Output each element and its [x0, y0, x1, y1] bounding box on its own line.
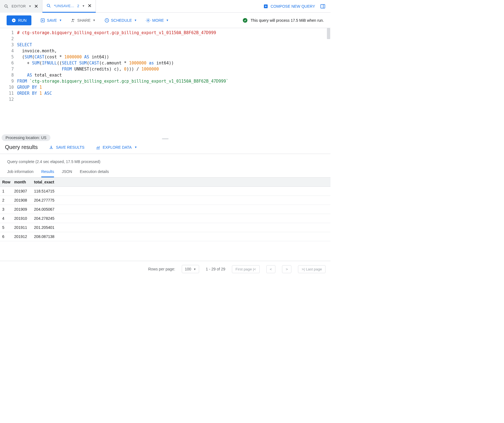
- status-text: This query will process 17.5 MiB when ru…: [251, 18, 324, 23]
- code-line[interactable]: [17, 96, 330, 102]
- rows-per-page-select[interactable]: 100 ▼: [182, 265, 199, 273]
- save-button[interactable]: SAVE ▼: [40, 18, 62, 23]
- code-line[interactable]: SELECT: [17, 42, 330, 48]
- svg-point-10: [243, 18, 248, 23]
- share-icon: [71, 18, 76, 23]
- code-line[interactable]: (SUM(CAST(cost * 1000000 AS int64)): [17, 54, 330, 60]
- svg-point-7: [73, 19, 75, 20]
- gear-icon: [146, 18, 151, 23]
- prev-page-button[interactable]: <: [266, 265, 276, 273]
- table-row[interactable]: 3201909204.005067: [0, 205, 330, 214]
- close-icon[interactable]: ✕: [34, 3, 38, 9]
- save-icon: [40, 18, 45, 23]
- code-line[interactable]: ORDER BY 1 ASC: [17, 90, 330, 96]
- tab-unsaved[interactable]: *UNSAVE… 2 ▼ ✕: [42, 0, 96, 13]
- chevron-down-icon: ▼: [193, 268, 196, 271]
- page-range: 1 - 29 of 29: [206, 267, 225, 271]
- compose-label: COMPOSE NEW QUERY: [270, 4, 315, 9]
- download-icon: [49, 145, 54, 150]
- processing-location-chip: Processing location: US: [2, 134, 50, 141]
- column-header: Row: [0, 178, 14, 187]
- first-page-button[interactable]: First page |<: [232, 265, 260, 273]
- first-page-icon: |<: [253, 267, 256, 271]
- share-button[interactable]: SHARE ▼: [71, 18, 96, 23]
- query-icon: [4, 4, 9, 9]
- schedule-button[interactable]: SCHEDULE ▼: [104, 18, 137, 23]
- more-button[interactable]: MORE ▼: [146, 18, 169, 23]
- line-gutter: 123456789101112: [0, 28, 17, 137]
- table-row[interactable]: 6201912208.087138: [0, 232, 330, 241]
- chevron-down-icon: ▼: [134, 19, 137, 22]
- code-line[interactable]: invoice.month,: [17, 48, 330, 54]
- close-icon[interactable]: ✕: [88, 3, 92, 9]
- plus-icon: [263, 4, 268, 9]
- chart-icon: [96, 145, 101, 150]
- run-button[interactable]: RUN: [7, 15, 31, 25]
- last-page-icon: >|: [302, 267, 305, 271]
- next-page-button[interactable]: >: [282, 265, 291, 273]
- table-row[interactable]: 2201908204.277775: [0, 196, 330, 205]
- save-results-button[interactable]: SAVE RESULTS: [49, 145, 85, 150]
- chevron-down-icon: ▼: [134, 146, 137, 149]
- check-circle-icon: [242, 18, 248, 23]
- result-tab-job-information[interactable]: Job information: [7, 167, 34, 177]
- chevron-down-icon: ▼: [166, 19, 169, 22]
- table-row[interactable]: 4201910204.278245: [0, 214, 330, 223]
- explore-data-button[interactable]: EXPLORE DATA ▼: [96, 145, 137, 150]
- editor-scrollbar[interactable]: [327, 28, 330, 137]
- paginator: Rows per page: 100 ▼ 1 - 29 of 29 First …: [0, 261, 330, 277]
- chevron-down-icon[interactable]: ▼: [29, 5, 31, 8]
- clock-icon: [104, 18, 109, 23]
- table-row[interactable]: 1201907118.514715: [0, 187, 330, 196]
- chevron-down-icon: ▼: [93, 19, 96, 22]
- column-header: total_exact: [34, 178, 330, 187]
- chevron-down-icon: ▼: [59, 19, 62, 22]
- query-complete-text: Query complete (2.4 sec elapsed, 17.5 MB…: [0, 154, 330, 167]
- tab-editor[interactable]: EDITOR ▼ ✕: [0, 0, 42, 13]
- code-line[interactable]: + SUM(IFNULL((SELECT SUM(CAST(c.amount *…: [17, 60, 330, 66]
- code-line[interactable]: FROM UNNEST(credits) c), 0))) / 1000000: [17, 66, 330, 72]
- query-toolbar: RUN SAVE ▼ SHARE ▼ SCHEDULE ▼ MORE ▼ Thi…: [0, 13, 330, 28]
- editor-tabs-bar: EDITOR ▼ ✕ *UNSAVE… 2 ▼ ✕ COMPOSE NEW QU…: [0, 0, 330, 13]
- svg-rect-3: [321, 4, 325, 8]
- results-table: Rowmonthtotal_exact 1201907118.514715220…: [0, 178, 330, 241]
- query-icon: [46, 3, 51, 8]
- sql-editor[interactable]: 123456789101112 # ctg-storage.bigquery_b…: [0, 28, 330, 137]
- svg-point-9: [148, 20, 149, 21]
- tab-label: EDITOR: [12, 4, 26, 8]
- code-line[interactable]: FROM `ctg-storage.bigquery_billing_expor…: [17, 78, 330, 84]
- query-status: This query will process 17.5 MiB when ru…: [242, 18, 324, 23]
- last-page-button[interactable]: >| Last page: [298, 265, 326, 273]
- results-header: Query results SAVE RESULTS EXPLORE DATA …: [0, 141, 330, 154]
- code-area[interactable]: # ctg-storage.bigquery_billing_export.gc…: [17, 28, 330, 137]
- result-tab-json[interactable]: JSON: [62, 167, 72, 177]
- code-line[interactable]: GROUP BY 1: [17, 84, 330, 90]
- chevron-left-icon: <: [270, 267, 272, 271]
- tab-badge: 2: [77, 4, 79, 8]
- svg-point-1: [47, 4, 50, 7]
- chevron-down-icon[interactable]: ▼: [82, 4, 85, 7]
- panel-icon[interactable]: [320, 4, 326, 9]
- table-row[interactable]: 5201911201.205401: [0, 223, 330, 232]
- result-tabs: Job informationResultsJSONExecution deta…: [0, 167, 330, 178]
- rows-per-page-label: Rows per page:: [148, 267, 175, 271]
- run-label: RUN: [18, 18, 26, 23]
- svg-point-0: [5, 5, 7, 7]
- column-header: month: [14, 178, 34, 187]
- code-line[interactable]: # ctg-storage.bigquery_billing_export.gc…: [17, 30, 330, 36]
- compose-new-query-button[interactable]: COMPOSE NEW QUERY: [263, 4, 315, 9]
- result-tab-execution-details[interactable]: Execution details: [80, 167, 109, 177]
- tab-label: *UNSAVE…: [54, 4, 75, 8]
- svg-point-6: [72, 19, 73, 20]
- result-tab-results[interactable]: Results: [41, 167, 54, 177]
- chevron-right-icon: >: [286, 267, 288, 271]
- code-line[interactable]: AS total_exact: [17, 72, 330, 78]
- results-title: Query results: [5, 144, 38, 150]
- code-line[interactable]: [17, 36, 330, 42]
- play-icon: [12, 18, 16, 23]
